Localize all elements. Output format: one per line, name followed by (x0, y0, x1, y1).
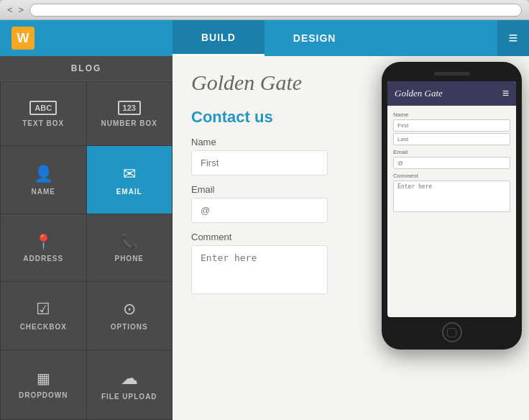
phone-email-group: Email (393, 149, 510, 169)
sidebar-item-label: DROPDOWN (19, 391, 68, 399)
sidebar-item-name[interactable]: 👤 NAME (1, 146, 86, 214)
numberbox-icon: 123 (118, 101, 141, 115)
back-arrow[interactable]: < (7, 4, 13, 15)
sidebar-item-numberbox[interactable]: 123 NUMBER BOX (87, 82, 172, 145)
browser-chrome: < > (0, 0, 529, 20)
phone-email-input[interactable] (393, 157, 510, 169)
phone-name-label: Name (393, 111, 510, 118)
dropdown-icon: ▦ (37, 370, 50, 387)
sidebar-item-fileupload[interactable]: ☁ FILE UPLOAD (87, 350, 172, 419)
phone-form: Name Email Comment (387, 106, 516, 317)
options-icon: ⊙ (123, 300, 136, 319)
tab-build[interactable]: BUILD (172, 20, 264, 56)
phone-email-label: Email (393, 149, 510, 155)
logo-w[interactable]: W (12, 27, 34, 50)
top-bar: W BUILD DESIGN ≡ (0, 20, 529, 56)
sidebar-grid: ABC TEXT BOX 123 NUMBER BOX 👤 NAME ✉ EMA… (0, 81, 172, 420)
tab-design[interactable]: DESIGN (264, 20, 365, 56)
sidebar-item-email[interactable]: ✉ EMAIL (87, 146, 172, 214)
sidebar-item-label: CHECKBOX (20, 323, 67, 331)
phone-last-input[interactable] (393, 133, 510, 145)
page-canvas: Golden Gate Contact us Name Email Commen… (172, 56, 529, 420)
logo-area: W (0, 27, 172, 50)
app-container: W BUILD DESIGN ≡ BLOG ABC TEXT BOX (0, 20, 529, 420)
forward-arrow[interactable]: > (19, 4, 24, 15)
phone-comment-group: Comment (393, 173, 510, 212)
phone-name-group: Name (393, 111, 510, 145)
email-input[interactable] (191, 198, 328, 223)
phone-home-button[interactable] (442, 322, 462, 342)
phone-nav-title: Golden Gate (395, 88, 443, 99)
sidebar-item-label: NAME (32, 188, 55, 196)
phone-speaker (434, 72, 470, 76)
sidebar-item-checkbox[interactable]: ☑ CHECKBOX (1, 282, 86, 350)
address-icon: 📍 (34, 233, 52, 250)
phone-comment-label: Comment (393, 173, 510, 179)
top-nav: BUILD DESIGN (172, 20, 497, 56)
name-input[interactable] (191, 150, 328, 175)
textbox-icon: ABC (29, 101, 57, 115)
sidebar-item-label: OPTIONS (111, 323, 148, 331)
phone-icon: 📞 (120, 233, 138, 250)
sidebar-item-label: EMAIL (116, 188, 142, 196)
phone-screen: Golden Gate ≡ Name Email (387, 81, 516, 317)
sidebar-item-label: FILE UPLOAD (101, 393, 157, 401)
sidebar-item-options[interactable]: ⊙ OPTIONS (87, 282, 172, 350)
hamburger-button[interactable]: ≡ (497, 20, 529, 56)
main-content: BLOG ABC TEXT BOX 123 NUMBER BOX 👤 NAME (0, 56, 529, 420)
sidebar-item-label: NUMBER BOX (101, 119, 157, 127)
email-icon: ✉ (123, 165, 136, 183)
address-bar[interactable] (29, 4, 522, 17)
sidebar-item-textbox[interactable]: ABC TEXT BOX (1, 82, 86, 145)
comment-textarea[interactable] (191, 245, 328, 294)
sidebar-item-address[interactable]: 📍 ADDRESS (1, 214, 86, 280)
phone-nav-menu-icon[interactable]: ≡ (502, 87, 509, 100)
sidebar-item-label: PHONE (114, 255, 144, 262)
checkbox-icon: ☑ (36, 300, 50, 319)
sidebar: BLOG ABC TEXT BOX 123 NUMBER BOX 👤 NAME (0, 56, 172, 420)
sidebar-item-dropdown[interactable]: ▦ DROPDOWN (1, 350, 86, 419)
phone-mockup: Golden Gate ≡ Name Email (382, 62, 522, 350)
name-icon: 👤 (34, 165, 53, 183)
sidebar-item-phone[interactable]: 📞 PHONE (87, 214, 172, 280)
sidebar-title: BLOG (0, 56, 172, 81)
phone-comment-textarea[interactable] (393, 181, 510, 212)
phone-navbar: Golden Gate ≡ (387, 81, 516, 106)
phone-home-inner (447, 328, 456, 337)
sidebar-item-label: ADDRESS (23, 255, 63, 262)
phone-first-input[interactable] (393, 119, 510, 132)
sidebar-item-label: TEXT BOX (22, 119, 64, 127)
hamburger-icon: ≡ (509, 29, 518, 47)
fileupload-icon: ☁ (121, 368, 138, 388)
